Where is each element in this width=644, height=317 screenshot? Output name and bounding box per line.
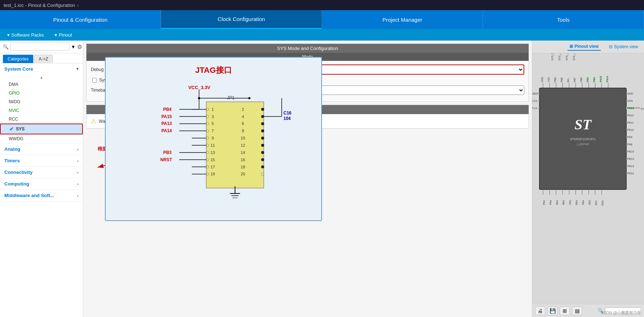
svg-text:VCC_3.3V: VCC_3.3V <box>188 85 211 90</box>
chevron-right-icon-2: › <box>77 159 79 163</box>
svg-text:PA15: PA15 <box>161 114 172 119</box>
svg-text:VDD: VDD <box>601 200 604 206</box>
svg-text:PB1: PB1 <box>582 200 584 205</box>
svg-text:PA12: PA12 <box>627 114 634 117</box>
svg-point-58 <box>261 158 264 161</box>
chip-area: SYS_NJTRST SYS_JTDO-TRACESWO SYS_JTDI SY… <box>532 53 644 317</box>
svg-text:PA8: PA8 <box>627 143 632 146</box>
svg-text:PC13..: PC13.. <box>532 99 538 103</box>
svg-text:PB13: PB13 <box>627 164 634 168</box>
svg-text:VSS: VSS <box>627 99 633 103</box>
sidebar-group-header-timers[interactable]: Timers › <box>0 155 83 166</box>
software-packs-btn[interactable]: ▾ Software Packs <box>7 32 44 38</box>
tab-a-z[interactable]: A->Z <box>34 55 53 63</box>
svg-text:SYS_JTCK-SWCLK: SYS_JTCK-SWCLK <box>573 53 576 61</box>
svg-text:PB7: PB7 <box>573 78 576 82</box>
pinout-btn[interactable]: ▾ Pinout <box>55 32 72 38</box>
svg-text:8: 8 <box>242 129 244 133</box>
svg-text:PB2: PB2 <box>588 200 591 205</box>
chip-svg: SYS_NJTRST SYS_JTDO-TRACESWO SYS_JTDI SY… <box>532 53 644 300</box>
tab-project-manager[interactable]: Project Manager <box>322 10 483 29</box>
svg-text:NRST: NRST <box>160 157 172 162</box>
svg-text:PB15: PB15 <box>627 150 634 153</box>
sidebar-group-computing: Computing › <box>0 178 83 190</box>
print-icon-btn[interactable]: 🖨 <box>535 306 545 315</box>
svg-text:2: 2 <box>242 107 244 112</box>
sidebar-item-nvic[interactable]: NVIC <box>0 106 83 115</box>
sidebar-item-sys[interactable]: ✔ SYS <box>0 124 83 134</box>
sidebar-item-iwdg[interactable]: IWDG <box>0 97 83 106</box>
gear-icon[interactable]: ⚙ <box>77 43 82 50</box>
tab-clock[interactable]: Clock Configuration <box>161 10 322 29</box>
svg-text:VBAT: VBAT <box>532 92 538 95</box>
jtag-title: JTAG接口 <box>113 65 314 76</box>
svg-text:PB5: PB5 <box>586 77 589 82</box>
sidebar-item-dma[interactable]: DMA <box>0 80 83 89</box>
search-dropdown-icon[interactable]: ▼ <box>71 44 76 50</box>
warning-icon: ⚠ <box>91 118 96 125</box>
sidebar-content: System Core ▾ ▲ DMA GPIO IWDG NVIC RCC <box>0 63 83 317</box>
center-panel: SYS Mode and Configuration Mode Debug JT… <box>83 41 532 317</box>
sidebar-item-wwdg[interactable]: WWDG <box>0 134 83 143</box>
secondary-nav: ▾ Software Packs ▾ Pinout <box>0 29 644 41</box>
system-view-btn[interactable]: ⊟ System view <box>607 43 640 50</box>
sidebar-item-rcc[interactable]: RCC <box>0 115 83 124</box>
svg-text:PA10: PA10 <box>627 128 634 132</box>
svg-text:PA15: PA15 <box>599 76 602 82</box>
pinout-chevron: ▾ <box>55 32 57 38</box>
search-input[interactable] <box>10 43 69 51</box>
svg-text:VDD: VDD <box>627 92 633 95</box>
title-text: test_1.ioc - Pinout & Configuration <box>4 3 75 8</box>
svg-text:20: 20 <box>241 172 245 176</box>
svg-text:PA13: PA13 <box>161 121 172 126</box>
svg-point-54 <box>261 129 264 132</box>
svg-text:VSS: VSS <box>595 200 597 205</box>
tab-pinout[interactable]: Pinout & Configuration <box>0 10 161 29</box>
sidebar-group-middleware: Middleware and Soft... › <box>0 190 83 201</box>
svg-text:PA6: PA6 <box>562 200 565 205</box>
svg-text:PA14: PA14 <box>161 128 172 133</box>
svg-text:4: 4 <box>242 114 244 119</box>
svg-text:VSS: VSS <box>547 77 550 82</box>
main-area: 🔍 ▼ ⚙ Categories A->Z System Core ▾ ▲ <box>0 41 644 317</box>
list-icon-btn[interactable]: ▤ <box>572 306 582 315</box>
svg-point-52 <box>261 115 264 118</box>
svg-text:PA11: PA11 <box>627 121 634 124</box>
svg-text:SYS_JTDO-TRACESWO: SYS_JTDO-TRACESWO <box>558 53 561 61</box>
sidebar-group-header-analog[interactable]: Analog › <box>0 143 83 155</box>
sidebar-group-connectivity: Connectivity › <box>0 167 83 178</box>
svg-text:3: 3 <box>212 114 214 119</box>
svg-text:SYS_JTDI: SYS_JTDI <box>565 53 568 61</box>
system-wakeup-checkbox[interactable] <box>92 78 97 83</box>
svg-text:PA3: PA3 <box>543 200 545 205</box>
sidebar-item-gpio[interactable]: GPIO <box>0 89 83 97</box>
sidebar-group-header-system-core[interactable]: System Core ▾ <box>0 63 83 75</box>
top-nav: Pinout & Configuration Clock Configurati… <box>0 10 644 29</box>
svg-text:18: 18 <box>241 165 245 169</box>
svg-text:PB9: PB9 <box>554 78 556 82</box>
table-icon: ⊟ <box>609 44 613 49</box>
chevron-right-icon: › <box>77 147 79 151</box>
tab-tools[interactable]: Tools <box>483 10 644 29</box>
grid-icon-btn[interactable]: ⊞ <box>560 306 570 315</box>
tab-categories[interactable]: Categories <box>3 55 33 63</box>
svg-text:SYS_NJTRST: SYS_NJTRST <box>551 53 554 61</box>
svg-text:PB6: PB6 <box>580 78 582 82</box>
pinout-view-btn[interactable]: ⊞ Pinout view <box>567 43 601 51</box>
chevron-down-icon: ▾ <box>76 67 79 71</box>
save-icon-btn[interactable]: 💾 <box>547 306 558 315</box>
sidebar-group-timers: Timers › <box>0 155 83 167</box>
svg-text:PC14..: PC14.. <box>532 107 538 110</box>
svg-text:11: 11 <box>211 143 215 147</box>
sidebar-group-header-middleware[interactable]: Middleware and Soft... › <box>0 190 83 201</box>
chip-toolbar-icons: 🖨 💾 ⊞ ▤ <box>535 306 582 315</box>
svg-text:PB4: PB4 <box>163 107 172 112</box>
sidebar-group-header-computing[interactable]: Computing › <box>0 178 83 189</box>
sidebar-group-header-connectivity[interactable]: Connectivity › <box>0 167 83 178</box>
watermark: CSDN @小鹏要努力呀 <box>601 310 641 316</box>
svg-text:VDD: VDD <box>541 77 543 82</box>
svg-text:9: 9 <box>212 136 214 140</box>
collapse-arrow: ▲ <box>0 75 83 80</box>
svg-text:PA7: PA7 <box>569 200 571 205</box>
chevron-right-icon-5: › <box>77 193 79 198</box>
